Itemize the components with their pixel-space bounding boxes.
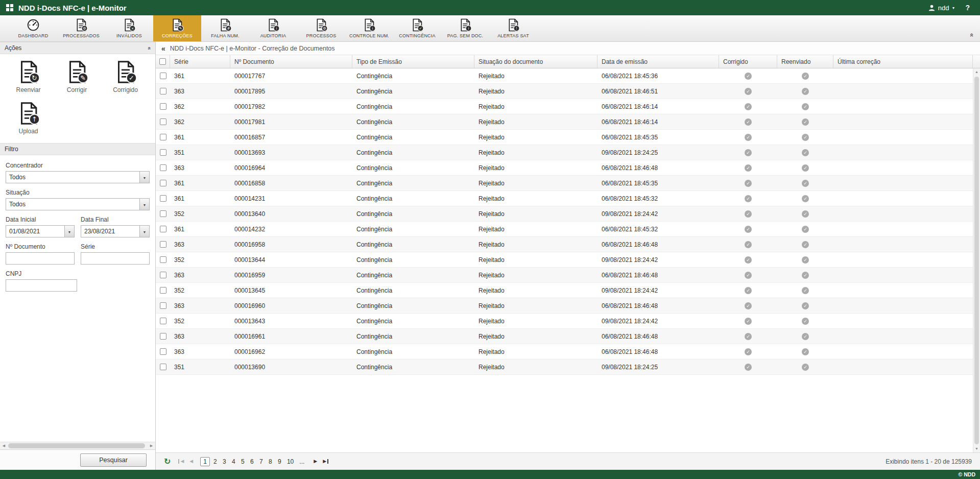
table-row[interactable]: 363000016958ContingênciaRejeitado06/08/2…	[156, 237, 973, 252]
row-checkbox[interactable]	[160, 118, 166, 125]
column-header-corrigido[interactable]: Corrigido	[719, 55, 777, 68]
page-button-10[interactable]: 10	[285, 457, 296, 466]
row-checkbox[interactable]	[160, 333, 166, 340]
page-button-4[interactable]: 4	[230, 457, 237, 466]
scroll-left-arrow[interactable]	[0, 444, 8, 448]
table-row[interactable]: 361000017767ContingênciaRejeitado06/08/2…	[156, 68, 973, 84]
collapse-sidebar-button[interactable]	[161, 44, 165, 53]
column-header-serie[interactable]: Série	[170, 55, 230, 68]
action-reenviar-button[interactable]: ↻Reenviar	[4, 60, 53, 93]
toolbar-item-processos[interactable]: ⚙PROCESSOS	[297, 15, 345, 41]
table-row[interactable]: 351000013693ContingênciaRejeitado09/08/2…	[156, 145, 973, 160]
column-header-situacao-do-documento[interactable]: Situação do documento	[474, 55, 597, 68]
page-button-2[interactable]: 2	[211, 457, 219, 466]
data-inicial-dropdown-arrow[interactable]	[64, 226, 74, 237]
next-page-button[interactable]	[313, 459, 318, 464]
toolbar-item-auditoria[interactable]: iAUDITORIA	[249, 15, 297, 41]
page-button-6[interactable]: 6	[248, 457, 256, 466]
row-checkbox[interactable]	[160, 287, 166, 294]
table-row[interactable]: 352000013643ContingênciaRejeitado09/08/2…	[156, 314, 973, 329]
row-checkbox[interactable]	[160, 195, 166, 202]
table-row[interactable]: 352000013644ContingênciaRejeitado09/08/2…	[156, 252, 973, 268]
table-row[interactable]: 363000016962ContingênciaRejeitado06/08/2…	[156, 344, 973, 360]
toolbar-item-correcoes[interactable]: ✎CORREÇÕES	[153, 15, 201, 41]
toolbar-collapse-button[interactable]	[970, 32, 974, 39]
toolbar-item-dashboard[interactable]: DASHBOARD	[9, 15, 57, 41]
serie-input[interactable]	[81, 252, 150, 265]
previous-page-button[interactable]	[188, 459, 194, 464]
table-row[interactable]: 362000017981ContingênciaRejeitado06/08/2…	[156, 114, 973, 130]
data-final-dropdown-arrow[interactable]	[139, 226, 149, 237]
help-button[interactable]: ?	[965, 4, 970, 12]
user-menu-button[interactable]: ndd	[928, 4, 955, 12]
page-button-8[interactable]: 8	[267, 457, 274, 466]
table-row[interactable]: 361000014232ContingênciaRejeitado06/08/2…	[156, 222, 973, 237]
toolbar-item-pag-sem-doc[interactable]: iPAG. SEM DOC.	[441, 15, 489, 41]
row-checkbox[interactable]	[160, 364, 166, 370]
toolbar-item-processados[interactable]: ⚙PROCESSADOS	[57, 15, 105, 41]
page-button-1[interactable]: 1	[200, 457, 210, 466]
scroll-down-arrow[interactable]	[973, 445, 980, 452]
row-checkbox[interactable]	[160, 149, 166, 156]
select-all-checkbox[interactable]	[159, 58, 166, 65]
row-checkbox[interactable]	[160, 180, 166, 186]
column-header-tipo-de-emissao[interactable]: Tipo de Emissão	[352, 55, 474, 68]
row-checkbox[interactable]	[160, 103, 166, 110]
toolbar-item-invalidos[interactable]: ×INVÁLIDOS	[105, 15, 153, 41]
row-checkbox[interactable]	[160, 226, 166, 232]
concentrador-select[interactable]: Todos	[6, 171, 150, 183]
vertical-scrollbar[interactable]	[973, 68, 980, 452]
row-checkbox[interactable]	[160, 134, 166, 140]
table-row[interactable]: 362000017982ContingênciaRejeitado06/08/2…	[156, 99, 973, 114]
page-button-7[interactable]: 7	[257, 457, 265, 466]
row-checkbox[interactable]	[160, 241, 166, 248]
scroll-up-arrow[interactable]	[973, 68, 980, 76]
table-row[interactable]: 361000016857ContingênciaRejeitado06/08/2…	[156, 130, 973, 145]
documento-input[interactable]	[6, 252, 75, 265]
table-row[interactable]: 363000016959ContingênciaRejeitado06/08/2…	[156, 268, 973, 283]
data-final-picker[interactable]: 23/08/2021	[81, 225, 150, 237]
toolbar-item-alertas-sat[interactable]: !ALERTAS SAT	[489, 15, 537, 41]
row-checkbox[interactable]	[160, 272, 166, 278]
situacao-dropdown-arrow[interactable]	[139, 199, 149, 210]
data-inicial-picker[interactable]: 01/08/2021	[6, 225, 75, 237]
column-header-n-documento[interactable]: Nº Documento	[230, 55, 352, 68]
row-checkbox[interactable]	[160, 318, 166, 324]
first-page-button[interactable]	[178, 459, 185, 464]
column-header-data-de-emissao[interactable]: Data de emissão	[597, 55, 719, 68]
table-row[interactable]: 361000014231ContingênciaRejeitado06/08/2…	[156, 191, 973, 206]
concentrador-dropdown-arrow[interactable]	[139, 172, 149, 183]
row-checkbox[interactable]	[160, 210, 166, 217]
page-button-3[interactable]: 3	[221, 457, 228, 466]
table-row[interactable]: 352000013640ContingênciaRejeitado09/08/2…	[156, 206, 973, 222]
toolbar-item-controle-num[interactable]: iCONTROLE NUM.	[345, 15, 393, 41]
row-checkbox[interactable]	[160, 302, 166, 309]
last-page-button[interactable]	[322, 459, 328, 464]
action-corrigido-button[interactable]: ✓Corrigido	[101, 60, 150, 93]
table-row[interactable]: 351000013690ContingênciaRejeitado09/08/2…	[156, 360, 973, 375]
cnpj-input[interactable]	[6, 279, 77, 292]
refresh-button[interactable]	[164, 458, 171, 466]
row-checkbox[interactable]	[160, 73, 166, 79]
row-checkbox[interactable]	[160, 88, 166, 94]
column-header-ultima-correcao[interactable]: Última correção	[833, 55, 973, 68]
row-checkbox[interactable]	[160, 256, 166, 263]
table-row[interactable]: 363000016964ContingênciaRejeitado06/08/2…	[156, 160, 973, 176]
page-button-9[interactable]: 9	[276, 457, 283, 466]
table-row[interactable]: 361000016858ContingênciaRejeitado06/08/2…	[156, 176, 973, 191]
column-header-reenviado[interactable]: Reenviado	[777, 55, 833, 68]
app-menu-icon[interactable]	[6, 4, 13, 11]
toolbar-item-falha-num[interactable]: #FALHA NUM.	[201, 15, 249, 41]
toolbar-item-contingencia[interactable]: ✓CONTINGÊNCIA	[393, 15, 441, 41]
table-row[interactable]: 352000013645ContingênciaRejeitado09/08/2…	[156, 283, 973, 298]
actions-collapse-icon[interactable]	[146, 46, 152, 50]
situacao-select[interactable]: Todos	[6, 198, 150, 210]
table-row[interactable]: 363000017895ContingênciaRejeitado06/08/2…	[156, 84, 973, 99]
action-corrigir-button[interactable]: ✎Corrigir	[53, 60, 101, 93]
table-row[interactable]: 363000016961ContingênciaRejeitado06/08/2…	[156, 329, 973, 344]
scroll-right-arrow[interactable]	[148, 444, 155, 448]
horizontal-scroll-thumb[interactable]	[8, 443, 145, 448]
sidebar-horizontal-scrollbar[interactable]	[0, 442, 155, 449]
vertical-scroll-thumb[interactable]	[974, 77, 979, 444]
action-upload-button[interactable]: ↑Upload	[4, 102, 53, 135]
